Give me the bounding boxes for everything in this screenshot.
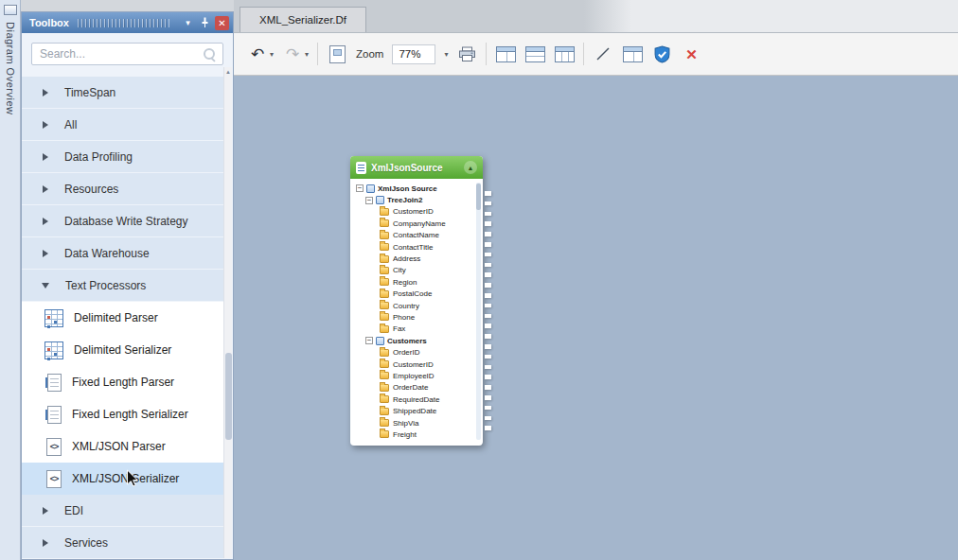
field-folder-icon [380, 372, 389, 379]
zoom-combo[interactable]: 77% [392, 44, 435, 64]
toolbox-dropdown-button[interactable]: ▾ [181, 16, 195, 30]
field-folder-icon [380, 325, 389, 333]
xmljsonsource-node[interactable]: XmlJsonSource ▲ − XmlJson Source − TreeJ… [350, 156, 483, 446]
verify-flow-button[interactable] [651, 42, 672, 66]
toolbox-item-delimited-serializer[interactable]: Delimited Serializer [22, 334, 223, 366]
undo-dropdown-icon[interactable]: ▾ [270, 50, 274, 59]
tree-item-field[interactable]: RequiredDate [352, 394, 475, 405]
toolbox-scrollbar-thumb[interactable] [225, 353, 232, 440]
tree-item-field[interactable]: OrderID [352, 346, 475, 358]
field-folder-icon [380, 408, 389, 415]
toolbox-search-input[interactable] [32, 44, 222, 64]
tree-item-field[interactable]: Freight [352, 429, 475, 440]
toolbox-category-resources[interactable]: Resources [22, 173, 223, 205]
tree-item-field[interactable]: ContactName [352, 230, 475, 241]
toolbox-item-xml-json-parser[interactable]: <> XML/JSON Parser [22, 430, 223, 463]
redo-dropdown-icon[interactable]: ▾ [305, 50, 309, 59]
redo-button[interactable]: ↷ [282, 42, 303, 66]
tree-item-customers[interactable]: − Customers [352, 335, 475, 346]
toolbox-item-xml-json-serializer[interactable]: <> XML/JSON Serializer [22, 463, 223, 495]
red-x-icon: ✕ [685, 47, 698, 61]
node-output-ports[interactable] [485, 191, 491, 431]
node-scrollbar[interactable] [476, 183, 481, 440]
zoom-dropdown-icon[interactable]: ▾ [444, 50, 448, 59]
preview-data-button[interactable] [622, 42, 643, 66]
tree-item-field[interactable]: Region [352, 276, 475, 288]
tree-item-root[interactable]: − XmlJson Source [352, 183, 475, 194]
tree-item-field[interactable]: ShipVia [352, 417, 475, 429]
tree-item-treejoin2[interactable]: − TreeJoin2 [352, 194, 475, 205]
diagram-overview-tab[interactable]: Diagram Overview [5, 22, 16, 114]
tree-item-field[interactable]: Phone [352, 311, 475, 323]
tree-item-field[interactable]: OrderDate [352, 382, 475, 394]
node-scrollbar-thumb[interactable] [476, 184, 481, 210]
collapse-nodes-icon [525, 46, 545, 62]
collapse-expander-icon[interactable]: − [356, 184, 364, 192]
tree-item-field[interactable]: Fax [352, 324, 475, 335]
diagram-overview-strip: Diagram Overview [0, 0, 21, 560]
tree-item-field[interactable]: ContactTitle [352, 241, 475, 253]
delimited-serializer-icon [44, 341, 63, 359]
tab-label: XML_Serializer.Df [259, 14, 346, 26]
chevron-right-icon [43, 89, 48, 96]
toolbox-scrollbar[interactable]: ▲ [223, 67, 232, 558]
print-button[interactable] [456, 42, 477, 66]
toolbox-category-edi[interactable]: EDI [22, 495, 223, 527]
toolbox-category-data-warehouse[interactable]: Data Warehouse [22, 237, 223, 270]
close-icon[interactable]: ✕ [215, 16, 229, 30]
toolbox-category-services[interactable]: Services [22, 527, 223, 559]
fit-to-window-button[interactable] [327, 42, 347, 66]
resize-nodes-button[interactable] [554, 42, 575, 66]
tree-label: EmployeeID [393, 372, 435, 380]
tree-label: Country [393, 302, 419, 310]
toolbar-separator [486, 43, 487, 65]
tree-item-field[interactable]: ShippedDate [352, 405, 475, 416]
toolbox-item-fixed-length-serializer[interactable]: Fixed Length Serializer [22, 398, 223, 430]
diagram-canvas[interactable]: XmlJsonSource ▲ − XmlJson Source − TreeJ… [234, 76, 958, 560]
toolbox-titlebar[interactable]: Toolbox ▾ ✕ [22, 12, 233, 33]
remove-button[interactable]: ✕ [681, 42, 701, 66]
tab-xml-serializer[interactable]: XML_Serializer.Df [240, 7, 366, 32]
tree-item-field[interactable]: PostalCode [352, 289, 475, 300]
toolbox-category-database-write-strategy[interactable]: Database Write Strategy [22, 205, 223, 237]
field-folder-icon [380, 395, 389, 403]
expand-nodes-button[interactable] [495, 42, 516, 66]
toolbox-item-fixed-length-parser[interactable]: Fixed Length Parser [22, 366, 223, 398]
tree-item-field[interactable]: EmployeeID [352, 370, 475, 381]
tree-item-field[interactable]: CustomerID [352, 359, 475, 370]
tree-label: Fax [393, 324, 405, 333]
field-folder-icon [380, 278, 389, 286]
scroll-up-icon[interactable]: ▲ [224, 67, 232, 78]
tree-item-field[interactable]: Address [352, 253, 475, 264]
toolbox-category-data-profiling[interactable]: Data Profiling [22, 141, 223, 173]
link-line-icon [594, 45, 612, 62]
toolbox-category-all[interactable]: All [22, 109, 223, 141]
collapse-node-icon[interactable]: ▲ [464, 161, 477, 174]
collapse-nodes-button[interactable] [524, 42, 545, 66]
tree-item-field[interactable]: Country [352, 300, 475, 311]
collapse-expander-icon[interactable]: − [365, 337, 373, 344]
field-folder-icon [380, 313, 389, 321]
collapse-expander-icon[interactable]: − [365, 197, 373, 204]
pin-icon[interactable] [198, 16, 212, 30]
tree-item-field[interactable]: CompanyName [352, 218, 475, 229]
toolbox-category-timespan[interactable]: TimeSpan [22, 77, 223, 109]
tree-item-field[interactable]: City [352, 265, 475, 276]
toolbox-item-delimited-parser[interactable]: Delimited Parser [22, 302, 223, 334]
undo-button[interactable]: ↶ [247, 42, 268, 66]
preview-data-icon [623, 46, 643, 62]
tree-label: ContactTitle [393, 243, 433, 252]
toolbox-title: Toolbox [29, 17, 69, 28]
fixed-length-serializer-icon [47, 406, 62, 424]
tree-item-field[interactable]: CustomerID [352, 206, 475, 218]
tree-node-icon [376, 196, 384, 204]
toolbox-category-text-processors[interactable]: Text Processors [22, 270, 223, 302]
tree-label: XmlJson Source [378, 184, 437, 193]
fixed-length-parser-icon [47, 374, 62, 392]
tree-label: RequiredDate [393, 395, 439, 404]
draw-link-button[interactable] [593, 42, 613, 66]
node-type-icon [356, 162, 366, 174]
node-header[interactable]: XmlJsonSource ▲ [350, 156, 483, 179]
field-folder-icon [380, 430, 389, 438]
tree-label: Region [393, 278, 417, 287]
